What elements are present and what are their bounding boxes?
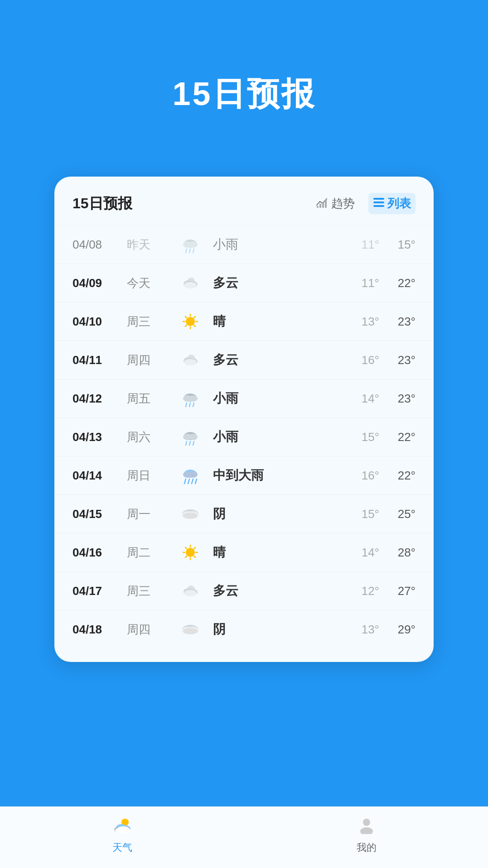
row-day: 周四 <box>127 352 172 368</box>
svg-line-11 <box>189 249 190 253</box>
weather-row[interactable]: 04/10 周三 晴 13° 23° <box>54 302 434 340</box>
bottom-nav: 天气 我的 <box>0 806 488 868</box>
row-high-temp: 15° <box>379 238 416 252</box>
svg-line-41 <box>193 441 194 445</box>
row-day: 周六 <box>127 429 172 445</box>
card-header: 15日预报 趋势 <box>54 177 434 225</box>
row-low-temp: 16° <box>343 469 379 483</box>
weather-icon <box>172 389 208 408</box>
weather-nav-label: 天气 <box>112 841 132 854</box>
svg-line-23 <box>194 325 195 326</box>
svg-point-65 <box>184 590 197 596</box>
row-high-temp: 23° <box>379 392 416 406</box>
trend-icon <box>316 197 329 211</box>
trend-label: 趋势 <box>331 196 355 211</box>
row-low-temp: 15° <box>343 507 379 521</box>
svg-rect-1 <box>319 204 321 208</box>
row-desc: 小雨 <box>208 236 343 253</box>
row-desc: 阴 <box>208 621 343 638</box>
list-button[interactable]: 列表 <box>368 193 416 214</box>
row-low-temp: 14° <box>343 392 379 406</box>
row-date: 04/11 <box>72 353 127 367</box>
row-desc: 晴 <box>208 544 343 561</box>
svg-line-60 <box>194 547 195 549</box>
mine-nav-icon <box>358 816 376 838</box>
row-high-temp: 22° <box>379 469 416 483</box>
svg-point-17 <box>186 317 195 326</box>
nav-item-mine[interactable]: 我的 <box>357 816 377 854</box>
row-high-temp: 28° <box>379 546 416 560</box>
weather-row[interactable]: 04/18 周四 阴 13° 29° <box>54 610 434 648</box>
svg-line-40 <box>189 441 190 445</box>
header-actions: 趋势 列表 <box>311 193 416 214</box>
svg-line-47 <box>192 479 193 484</box>
row-date: 04/08 <box>72 238 127 252</box>
svg-point-78 <box>360 827 373 834</box>
list-label: 列表 <box>387 196 411 211</box>
svg-rect-0 <box>317 206 319 208</box>
weather-row[interactable]: 04/15 周一 阴 15° 25° <box>54 494 434 533</box>
svg-line-24 <box>194 317 195 318</box>
weather-row[interactable]: 04/13 周六 小雨 15° 22° <box>54 417 434 456</box>
svg-line-48 <box>195 479 197 484</box>
weather-icon <box>172 428 208 446</box>
weather-row[interactable]: 04/16 周二 晴 14° 28° <box>54 533 434 571</box>
svg-line-46 <box>188 479 189 484</box>
row-low-temp: 11° <box>343 238 379 252</box>
svg-line-39 <box>186 441 187 445</box>
svg-point-53 <box>186 548 195 557</box>
svg-point-9 <box>188 241 198 248</box>
row-date: 04/09 <box>72 276 127 290</box>
svg-point-69 <box>183 628 198 634</box>
row-desc: 多云 <box>208 582 343 599</box>
weather-row[interactable]: 04/11 周四 多云 16° 23° <box>54 340 434 379</box>
weather-icon <box>172 466 208 484</box>
row-low-temp: 14° <box>343 546 379 560</box>
mine-nav-label: 我的 <box>357 841 377 854</box>
nav-item-weather[interactable]: 天气 <box>111 816 133 854</box>
weather-row[interactable]: 04/14 周日 中到大雨 16° 22° <box>54 456 434 494</box>
svg-rect-2 <box>322 202 324 208</box>
svg-line-45 <box>184 479 186 484</box>
weather-row[interactable]: 04/08 昨天 小雨 11° 15° <box>54 225 434 264</box>
row-low-temp: 11° <box>343 276 379 290</box>
row-date: 04/12 <box>72 392 127 406</box>
row-day: 周日 <box>127 468 172 484</box>
row-desc: 阴 <box>208 505 343 523</box>
weather-nav-icon <box>111 816 133 838</box>
svg-point-77 <box>363 819 370 826</box>
row-date: 04/16 <box>72 546 127 560</box>
row-high-temp: 23° <box>379 315 416 329</box>
weather-row[interactable]: 04/09 今天 多云 11° 22° <box>54 264 434 302</box>
weather-row[interactable]: 04/17 周三 多云 12° 27° <box>54 571 434 610</box>
card-title: 15日预报 <box>72 194 132 214</box>
row-day: 今天 <box>127 275 172 291</box>
list-icon <box>373 197 385 211</box>
svg-rect-4 <box>373 198 384 200</box>
weather-icon <box>172 543 208 561</box>
weather-icon <box>172 274 208 292</box>
row-day: 周一 <box>127 506 172 522</box>
row-date: 04/14 <box>72 469 127 483</box>
svg-line-22 <box>185 317 187 318</box>
svg-line-61 <box>185 556 187 557</box>
weather-row[interactable]: 04/12 周五 小雨 14° 23° <box>54 379 434 417</box>
row-date: 04/15 <box>72 507 127 521</box>
row-desc: 小雨 <box>208 390 343 407</box>
hero-title: 15日预报 <box>0 0 488 116</box>
svg-rect-6 <box>373 205 384 207</box>
row-high-temp: 22° <box>379 276 416 290</box>
weather-icon <box>172 351 208 369</box>
row-desc: 中到大雨 <box>208 467 343 484</box>
svg-rect-3 <box>325 199 327 208</box>
row-date: 04/10 <box>72 315 127 329</box>
svg-line-10 <box>186 249 187 253</box>
svg-rect-5 <box>373 201 384 203</box>
svg-line-33 <box>186 403 187 407</box>
row-low-temp: 13° <box>343 623 379 637</box>
row-desc: 小雨 <box>208 428 343 446</box>
weather-icon <box>172 312 208 331</box>
svg-line-25 <box>185 325 187 326</box>
svg-line-12 <box>193 249 194 253</box>
trend-button[interactable]: 趋势 <box>311 193 359 214</box>
